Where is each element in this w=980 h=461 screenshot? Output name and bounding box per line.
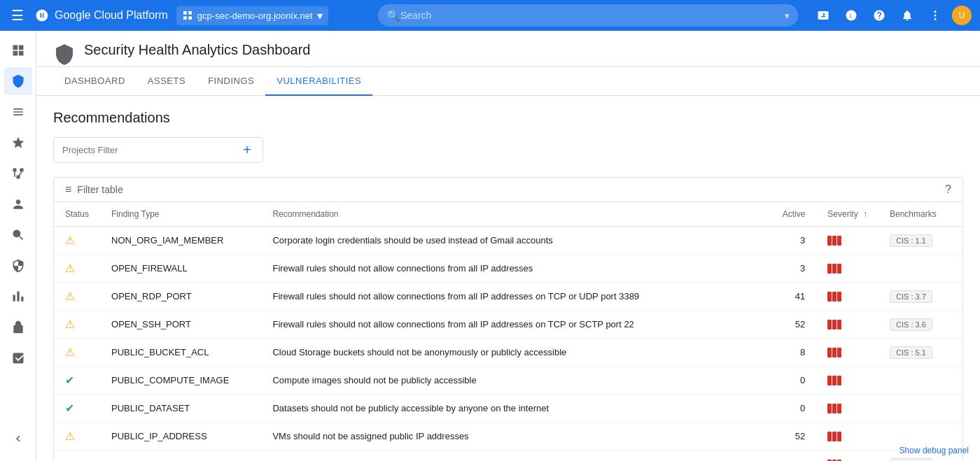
severity-bar-segment [837,264,841,274]
search-bar[interactable]: 🔍 ▾ [378,4,798,27]
svg-point-6 [934,10,937,13]
project-selector[interactable]: gcp-sec-demo-org.joonix.net ▾ [176,6,328,25]
search-input[interactable] [400,10,785,21]
sidebar [0,31,36,461]
cloud-shell-icon[interactable] [812,4,834,27]
warning-icon: ⚠ [65,234,75,246]
svg-point-8 [934,18,937,20]
more-vert-icon[interactable] [924,4,946,27]
cell-recommendation: Cloud SQL database instances should not … [261,451,767,462]
table-row[interactable]: ✔PUBLIC_DATASETDatasets should not be pu… [54,395,962,423]
severity-bar-segment [837,236,841,246]
projects-filter-input[interactable] [62,145,234,155]
severity-bar-segment [832,348,836,357]
table-row[interactable]: ⚠PUBLIC_BUCKET_ACLCloud Storage buckets … [54,339,962,367]
severity-bar-segment [827,432,832,441]
severity-bar-segment [837,292,841,302]
svg-rect-0 [183,11,187,15]
table-row[interactable]: ⚠OPEN_FIREWALLFirewall rules should not … [54,255,962,283]
severity-bar-segment [827,292,832,302]
cell-active: 8 [767,339,816,367]
cell-severity [816,283,878,311]
severity-bar [827,348,844,357]
notifications-bell-icon[interactable] [896,4,918,27]
filter-bar: + [53,137,963,163]
sidebar-collapse-icon[interactable] [4,425,32,453]
hamburger-menu-icon[interactable]: ☰ [8,4,27,27]
add-filter-button[interactable]: + [240,142,254,158]
severity-bar-segment [832,432,836,441]
table-container: ≡ Filter table ? Status Finding Type Rec… [53,177,963,461]
col-header-severity[interactable]: Severity ↑ [816,202,878,227]
warning-icon: ⚠ [65,430,75,442]
cell-benchmark [878,367,962,395]
section-title: Recommendations [53,110,963,126]
table-header-row: Status Finding Type Recommendation Activ… [54,202,962,227]
col-header-benchmarks: Benchmarks [878,202,962,227]
table-row[interactable]: ✔PUBLIC_COMPUTE_IMAGECompute images shou… [54,367,962,395]
severity-bar-segment [832,376,836,385]
cell-active: 0 [767,395,816,423]
severity-bar-segment [827,264,832,274]
cell-severity [816,339,878,367]
cell-finding: PUBLIC_SQL_INSTANCE [100,451,261,462]
sidebar-item-security[interactable] [4,67,32,95]
severity-bar-segment [827,404,832,413]
warning-icon: ⚠ [65,290,75,302]
cell-status: ⚠ [54,283,100,311]
cell-active: 3 [767,227,816,255]
sidebar-item-integrations[interactable] [4,344,32,372]
svg-rect-2 [183,16,187,20]
brand-logo: Google Cloud Platform [35,8,168,22]
sidebar-item-networking[interactable] [4,159,32,187]
sidebar-item-compute[interactable] [4,98,32,126]
table-row[interactable]: ⚠NON_ORG_IAM_MEMBERCorporate login crede… [54,227,962,255]
help-icon[interactable] [868,4,890,27]
avatar[interactable]: U [952,6,972,25]
severity-bar-segment [832,404,836,413]
sidebar-item-logging[interactable] [4,221,32,249]
page-title: Security Health Analytics Dashboard [84,42,311,66]
search-icon: 🔍 [386,9,400,22]
table-toolbar: ≡ Filter table ? [54,178,962,202]
sidebar-item-policy[interactable] [4,252,32,280]
tab-findings[interactable]: FINDINGS [197,67,265,96]
sidebar-item-services[interactable] [4,129,32,157]
tab-assets[interactable]: ASSETS [136,67,197,96]
sidebar-item-compliance[interactable] [4,313,32,341]
debug-panel-link[interactable]: Show debug panel [899,446,969,455]
severity-bar-segment [832,292,836,302]
cell-active: 0 [767,367,816,395]
cell-active: 0 [767,451,816,462]
cell-finding: NON_ORG_IAM_MEMBER [100,227,261,255]
table-row[interactable]: ⚠OPEN_SSH_PORTFirewall rules should not … [54,311,962,339]
search-dropdown-icon: ▾ [785,10,790,21]
table-row[interactable]: ⚠OPEN_RDP_PORTFirewall rules should not … [54,283,962,311]
tab-vulnerabilities[interactable]: VULNERABILITIES [265,67,372,96]
cell-recommendation: Corporate login credentials should be us… [261,227,767,255]
severity-bar-segment [837,376,841,385]
notifications-number-icon[interactable]: 1 [840,4,862,27]
severity-bar-segment [837,432,841,441]
svg-rect-3 [188,16,192,20]
filter-list-icon: ≡ [65,183,71,196]
sidebar-item-iam[interactable] [4,190,32,218]
warning-icon: ⚠ [65,262,75,274]
help-table-icon[interactable]: ? [945,183,951,196]
cell-severity [816,451,878,462]
tab-dashboard[interactable]: DASHBOARD [53,67,136,96]
sidebar-item-monitoring[interactable] [4,283,32,311]
table-row[interactable]: ✔PUBLIC_SQL_INSTANCECloud SQL database i… [54,451,962,462]
sidebar-item-overview[interactable] [4,36,32,64]
table-row[interactable]: ⚠PUBLIC_IP_ADDRESSVMs should not be assi… [54,423,962,451]
cell-severity [816,367,878,395]
cell-status: ⚠ [54,423,100,451]
projects-filter-container[interactable]: + [53,137,263,163]
benchmark-badge: CIS : 1.1 [890,234,932,247]
cell-recommendation: Datasets should not be publicly accessib… [261,395,767,423]
cell-status: ⚠ [54,339,100,367]
filter-table-label: Filter table [77,184,122,195]
cell-active: 52 [767,423,816,451]
sort-arrow-icon: ↑ [863,209,867,219]
severity-bar-segment [827,320,832,329]
